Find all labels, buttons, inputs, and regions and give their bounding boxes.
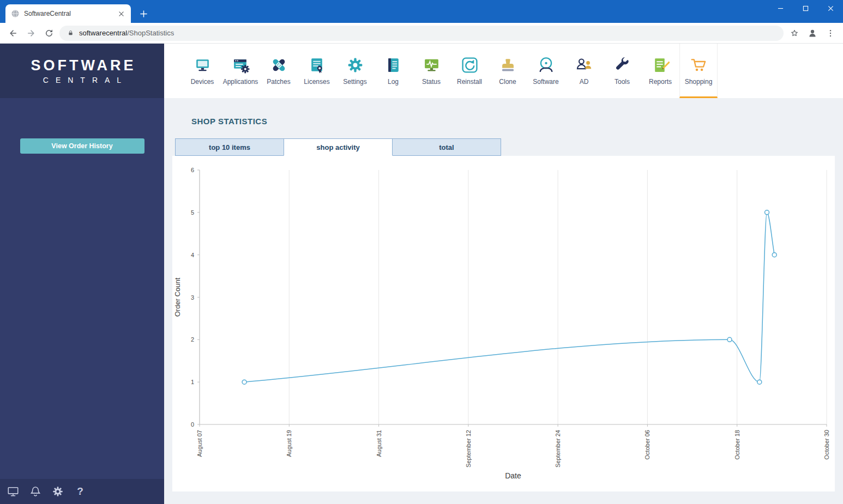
tab-top-10-items[interactable]: top 10 items	[175, 138, 284, 156]
nav-item-label: Settings	[343, 78, 366, 86]
chart-panel: 0123456August 07August 19August 31Septem…	[172, 156, 835, 491]
url-text: softwarecentral/ShopStatistics	[79, 29, 174, 37]
nav-item-label: Patches	[267, 78, 290, 86]
sidebar-bottom-bar: ?	[0, 479, 164, 504]
svg-text:August 31: August 31	[376, 430, 382, 457]
computer-icon[interactable]	[7, 485, 19, 497]
close-button[interactable]	[818, 0, 843, 16]
patches-icon	[270, 56, 288, 74]
nav-item-ad[interactable]: AD	[565, 44, 603, 98]
reinstall-icon	[461, 56, 479, 74]
svg-text:September 24: September 24	[555, 430, 561, 467]
nav-item-settings[interactable]: Settings	[336, 44, 374, 98]
nav-item-shopping[interactable]: Shopping	[679, 44, 718, 98]
software-icon	[537, 56, 555, 74]
nav-item-label: Reports	[649, 78, 672, 86]
url-path: /ShopStatistics	[127, 29, 174, 37]
maximize-button[interactable]	[793, 0, 818, 16]
nav-item-log[interactable]: Log	[374, 44, 412, 98]
top-nav: DevicesApplicationsPatchesLicensesSettin…	[164, 44, 843, 98]
nav-item-label: Applications	[223, 78, 258, 86]
svg-text:October 06: October 06	[644, 430, 651, 459]
window-controls	[768, 0, 843, 16]
tab-title: SoftwareCentral	[24, 10, 112, 17]
svg-text:5: 5	[191, 209, 194, 216]
browser-window: SoftwareCentral softwarecentr	[0, 0, 843, 504]
svg-text:August 19: August 19	[286, 430, 292, 457]
nav-item-label: Clone	[499, 78, 516, 86]
nav-item-tools[interactable]: Tools	[603, 44, 641, 98]
reports-icon	[652, 56, 670, 74]
log-icon	[384, 56, 402, 74]
address-bar[interactable]: softwarecentral/ShopStatistics	[59, 26, 784, 41]
stats-tabs: top 10 itemsshop activitytotal	[175, 138, 843, 156]
main-content: DevicesApplicationsPatchesLicensesSettin…	[164, 44, 843, 504]
minimize-button[interactable]	[768, 0, 793, 16]
clone-icon	[499, 56, 517, 74]
nav-item-applications[interactable]: Applications	[221, 44, 260, 98]
sidebar: SOFTWARE CENTRAL View Order History ?	[0, 44, 164, 504]
logo-line2: CENTRAL	[36, 76, 128, 84]
settings-icon[interactable]	[52, 485, 64, 497]
tools-icon	[613, 56, 631, 74]
nav-item-licenses[interactable]: Licenses	[298, 44, 336, 98]
back-button[interactable]	[5, 26, 20, 40]
browser-titlebar: SoftwareCentral	[0, 0, 843, 23]
app-frame: SOFTWARE CENTRAL View Order History ? De…	[0, 44, 843, 504]
tab-shop-activity[interactable]: shop activity	[284, 138, 393, 156]
nav-item-label: Shopping	[685, 78, 713, 86]
svg-text:1: 1	[191, 379, 194, 385]
url-domain: softwarecentral	[79, 29, 127, 37]
browser-menu-icon[interactable]	[823, 26, 838, 40]
shopping-icon	[690, 56, 708, 74]
applications-icon	[232, 56, 250, 74]
ad-icon	[575, 56, 593, 74]
new-tab-button[interactable]	[136, 7, 150, 21]
app-logo: SOFTWARE CENTRAL	[0, 44, 164, 98]
devices-icon	[194, 56, 212, 74]
help-icon[interactable]: ?	[74, 485, 86, 497]
svg-text:6: 6	[191, 167, 194, 173]
svg-text:2: 2	[191, 336, 194, 343]
svg-text:0: 0	[191, 421, 194, 428]
svg-text:October 18: October 18	[734, 430, 740, 459]
view-order-history-button[interactable]: View Order History	[20, 138, 144, 154]
nav-item-label: Software	[533, 78, 558, 86]
browser-tab[interactable]: SoftwareCentral	[5, 4, 131, 23]
status-icon	[423, 56, 441, 74]
bookmark-star-icon[interactable]	[787, 26, 802, 40]
svg-text:3: 3	[191, 294, 194, 301]
nav-item-label: AD	[580, 78, 589, 86]
nav-item-reinstall[interactable]: Reinstall	[450, 44, 489, 98]
nav-item-reports[interactable]: Reports	[641, 44, 679, 98]
svg-text:Order Count: Order Count	[173, 277, 182, 317]
nav-item-software[interactable]: Software	[527, 44, 565, 98]
notifications-icon[interactable]	[29, 485, 41, 497]
forward-button[interactable]	[23, 26, 38, 40]
browser-toolbar: softwarecentral/ShopStatistics	[0, 23, 843, 44]
page-title: SHOP STATISTICS	[191, 117, 843, 126]
tab-favicon-icon	[11, 9, 20, 18]
nav-item-devices[interactable]: Devices	[183, 44, 221, 98]
tab-total[interactable]: total	[392, 138, 501, 156]
shop-statistics-page: SHOP STATISTICS top 10 itemsshop activit…	[164, 98, 843, 504]
svg-text:August 07: August 07	[196, 430, 203, 457]
nav-item-label: Devices	[191, 78, 214, 86]
nav-item-status[interactable]: Status	[412, 44, 450, 98]
nav-item-patches[interactable]: Patches	[260, 44, 298, 98]
svg-text:September 12: September 12	[465, 430, 472, 467]
profile-avatar-icon[interactable]	[805, 26, 820, 40]
nav-item-clone[interactable]: Clone	[489, 44, 527, 98]
svg-text:4: 4	[191, 252, 194, 258]
licenses-icon	[308, 56, 326, 74]
svg-text:October 30: October 30	[823, 430, 830, 459]
svg-text:Date: Date	[505, 471, 521, 480]
reload-button[interactable]	[41, 26, 56, 40]
nav-item-label: Log	[388, 78, 399, 86]
tab-close-icon[interactable]	[117, 9, 125, 18]
lock-icon	[67, 29, 74, 37]
nav-item-label: Status	[422, 78, 441, 86]
nav-item-label: Reinstall	[457, 78, 482, 86]
logo-line1: SOFTWARE	[28, 57, 136, 74]
shop-activity-chart: 0123456August 07August 19August 31Septem…	[172, 156, 835, 491]
